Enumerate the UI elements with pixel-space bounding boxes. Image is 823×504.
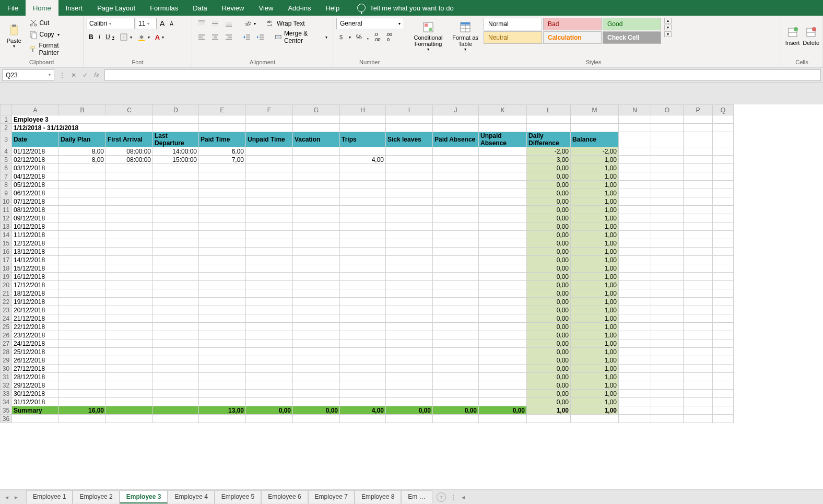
cell[interactable] <box>106 281 153 289</box>
cell[interactable] <box>293 390 340 398</box>
cell[interactable] <box>651 348 684 356</box>
cell[interactable] <box>106 231 153 239</box>
cell[interactable] <box>433 197 479 206</box>
cell[interactable] <box>651 356 684 365</box>
cell[interactable]: 0,00 <box>527 289 571 298</box>
cell[interactable] <box>433 339 479 348</box>
cell[interactable]: 0,00 <box>527 189 571 197</box>
table-header-cell[interactable]: Daily Difference <box>527 132 571 147</box>
cell[interactable] <box>713 248 734 256</box>
cell[interactable] <box>59 373 106 381</box>
increase-indent-button[interactable] <box>254 32 267 42</box>
increase-font-button[interactable]: A <box>158 18 167 29</box>
cell[interactable]: 13,00 <box>199 406 246 415</box>
cell[interactable]: 0,00 <box>527 281 571 289</box>
cell[interactable]: 0,00 <box>527 356 571 365</box>
cell[interactable] <box>619 273 651 281</box>
cell[interactable] <box>479 264 527 273</box>
cell[interactable] <box>59 331 106 339</box>
row-header[interactable]: 12 <box>1 214 12 222</box>
cell[interactable]: 03/12/2018 <box>12 164 59 172</box>
align-top-button[interactable] <box>195 18 208 29</box>
cell[interactable] <box>246 298 293 306</box>
cell[interactable]: 1,00 <box>571 197 619 206</box>
cell[interactable] <box>684 206 713 214</box>
cell[interactable] <box>433 248 479 256</box>
style-more-button[interactable]: ▾ <box>664 31 672 37</box>
decrease-font-button[interactable]: A <box>168 20 175 28</box>
number-format-select[interactable]: General▾ <box>336 18 404 29</box>
table-header-cell[interactable]: Trips <box>340 132 386 147</box>
cell[interactable]: 08/12/2018 <box>12 206 59 214</box>
cell[interactable] <box>340 398 386 406</box>
row-header[interactable]: 24 <box>1 314 12 323</box>
cell[interactable] <box>713 348 734 356</box>
cell[interactable] <box>651 172 684 181</box>
cell[interactable] <box>619 406 651 415</box>
cell[interactable]: 21/12/2018 <box>12 314 59 323</box>
cell[interactable] <box>479 323 527 331</box>
sheet-nav-prev[interactable]: ◂ <box>3 494 10 501</box>
cell[interactable] <box>651 239 684 248</box>
cell[interactable] <box>479 381 527 390</box>
cell[interactable] <box>386 339 433 348</box>
menubar-item-page-layout[interactable]: Page Layout <box>90 0 143 16</box>
cell[interactable]: 0,00 <box>386 406 433 415</box>
cell[interactable]: 0,00 <box>527 398 571 406</box>
cell[interactable] <box>713 298 734 306</box>
cell[interactable] <box>713 189 734 197</box>
cell[interactable] <box>59 381 106 390</box>
cell[interactable] <box>619 248 651 256</box>
cell[interactable] <box>619 356 651 365</box>
cell[interactable] <box>433 298 479 306</box>
cell[interactable] <box>479 156 527 164</box>
cell[interactable] <box>106 339 153 348</box>
cell[interactable]: 0,00 <box>527 222 571 231</box>
cell[interactable] <box>340 323 386 331</box>
cell[interactable] <box>479 306 527 314</box>
cell[interactable]: 16/12/2018 <box>12 273 59 281</box>
row-header[interactable]: 2 <box>1 124 12 132</box>
cell[interactable] <box>684 314 713 323</box>
cell[interactable] <box>59 365 106 373</box>
row-header[interactable]: 9 <box>1 189 12 197</box>
cell[interactable] <box>713 339 734 348</box>
column-header[interactable]: I <box>386 105 433 115</box>
cell[interactable] <box>479 147 527 156</box>
row-header[interactable]: 1 <box>1 115 12 124</box>
cell[interactable] <box>340 273 386 281</box>
cell[interactable]: 3,00 <box>527 156 571 164</box>
cell[interactable]: 1,00 <box>571 181 619 189</box>
cell[interactable] <box>684 365 713 373</box>
cell[interactable] <box>246 390 293 398</box>
cell[interactable] <box>59 214 106 222</box>
cell[interactable] <box>386 214 433 222</box>
merge-center-button[interactable]: Merge & Center▾ <box>273 29 330 45</box>
cell[interactable] <box>199 314 246 323</box>
cell[interactable] <box>340 390 386 398</box>
cell[interactable] <box>340 289 386 298</box>
cell[interactable] <box>59 298 106 306</box>
select-all-corner[interactable] <box>1 105 12 115</box>
cell[interactable] <box>651 365 684 373</box>
column-header[interactable]: Q <box>713 105 734 115</box>
cell[interactable] <box>153 331 199 339</box>
comma-button[interactable]: , <box>365 32 371 42</box>
cell[interactable]: 19/12/2018 <box>12 298 59 306</box>
add-sheet-button[interactable]: + <box>437 493 446 502</box>
cell[interactable] <box>59 356 106 365</box>
cell[interactable] <box>293 306 340 314</box>
cell[interactable]: 1,00 <box>571 331 619 339</box>
cell[interactable] <box>246 239 293 248</box>
cell[interactable] <box>713 390 734 398</box>
cell[interactable] <box>651 390 684 398</box>
cell[interactable] <box>59 264 106 273</box>
cell[interactable]: -2,00 <box>571 147 619 156</box>
cell[interactable]: 1,00 <box>571 356 619 365</box>
cell[interactable] <box>153 298 199 306</box>
cell[interactable] <box>479 231 527 239</box>
cell[interactable] <box>340 222 386 231</box>
cell[interactable] <box>340 124 386 132</box>
fill-color-button[interactable]: ▾ <box>135 32 152 42</box>
cell[interactable] <box>684 164 713 172</box>
